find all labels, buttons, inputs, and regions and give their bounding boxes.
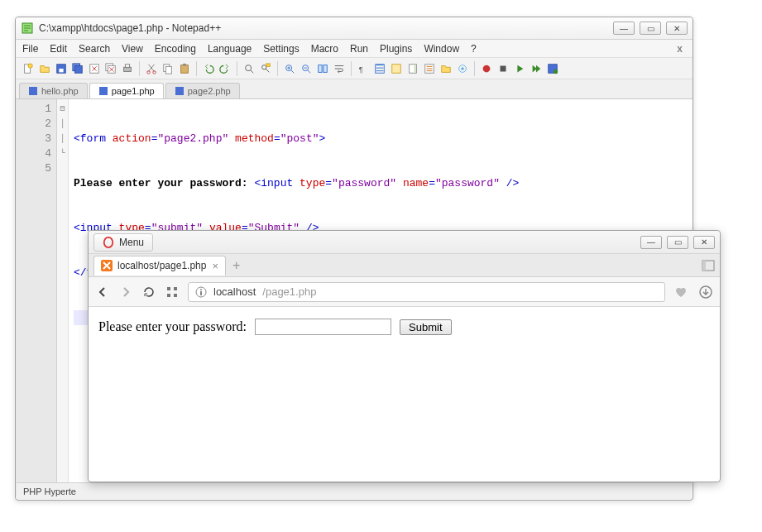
replace-icon[interactable]	[258, 61, 273, 76]
tab-label: page1.php	[112, 86, 155, 96]
zoom-in-icon[interactable]	[282, 61, 297, 76]
svg-rect-43	[702, 261, 706, 271]
tab-page2-php[interactable]: page2.php	[165, 83, 240, 98]
menu-window[interactable]: Window	[424, 43, 459, 55]
tab-hello-php[interactable]: hello.php	[19, 83, 88, 98]
address-bar[interactable]: localhost/page1.php	[188, 282, 665, 302]
menu-run[interactable]: Run	[350, 43, 368, 55]
monitor-icon[interactable]	[455, 61, 470, 76]
cut-icon[interactable]	[144, 61, 159, 76]
svg-point-32	[461, 67, 464, 70]
wordwrap-icon[interactable]	[332, 61, 347, 76]
paste-icon[interactable]	[177, 61, 192, 76]
reload-button[interactable]	[141, 285, 156, 300]
file-saved-icon	[28, 86, 38, 96]
maximize-button[interactable]: ▭	[667, 236, 688, 249]
sidebar-panel-icon[interactable]	[702, 260, 715, 271]
downloads-icon[interactable]	[698, 285, 713, 300]
close-button[interactable]: ✕	[693, 236, 715, 249]
tab-label: page2.php	[188, 86, 231, 96]
save-icon[interactable]	[54, 61, 69, 76]
opera-menu-label: Menu	[119, 237, 144, 248]
undo-icon[interactable]	[201, 61, 216, 76]
maximize-button[interactable]: ▭	[640, 22, 661, 35]
svg-rect-10	[124, 67, 132, 71]
status-language: PHP Hyperte	[23, 486, 76, 496]
new-file-icon[interactable]	[21, 61, 36, 76]
menu-language[interactable]: Language	[208, 43, 252, 55]
svg-rect-11	[125, 64, 129, 67]
svg-rect-16	[181, 65, 189, 73]
print-icon[interactable]	[120, 61, 135, 76]
minimize-button[interactable]: —	[613, 22, 635, 35]
svg-rect-29	[415, 65, 416, 72]
indent-guide-icon[interactable]	[372, 61, 387, 76]
opera-tabbar: localhost/page1.php × +	[89, 254, 720, 277]
menu-plugins[interactable]: Plugins	[380, 43, 412, 55]
zoom-out-icon[interactable]	[299, 61, 314, 76]
browser-viewport: Please enter your password:	[89, 307, 720, 347]
forward-button[interactable]	[118, 285, 133, 300]
minimize-button[interactable]: —	[640, 236, 662, 249]
page-prompt-text: Please enter your password:	[98, 319, 247, 333]
svg-point-2	[28, 63, 32, 67]
menu-edit[interactable]: Edit	[50, 43, 67, 55]
npp-tabbar: hello.php page1.php page2.php	[16, 79, 693, 99]
udl-icon[interactable]	[389, 61, 404, 76]
opera-menu-button[interactable]: Menu	[93, 233, 153, 252]
submit-button[interactable]	[400, 319, 451, 335]
speed-dial-button[interactable]	[165, 285, 180, 300]
find-icon[interactable]	[242, 61, 256, 76]
show-all-chars-icon[interactable]: ¶	[356, 61, 371, 76]
function-list-icon[interactable]	[422, 61, 437, 76]
site-info-icon[interactable]	[195, 286, 207, 298]
tab-label: hello.php	[41, 86, 79, 96]
copy-icon[interactable]	[161, 61, 175, 76]
menu-encoding[interactable]: Encoding	[155, 43, 196, 55]
save-all-icon[interactable]	[70, 61, 85, 76]
play-multi-icon[interactable]	[529, 61, 544, 76]
menu-file[interactable]: File	[22, 43, 38, 55]
svg-point-33	[483, 65, 491, 72]
tab-page1-php[interactable]: page1.php	[89, 83, 164, 98]
fold-column[interactable]: ⊟ ││└	[57, 99, 69, 496]
npp-statusbar: PHP Hyperte	[17, 482, 692, 499]
close-document-button[interactable]: x	[673, 43, 686, 55]
menu-settings[interactable]: Settings	[263, 43, 299, 55]
browser-tab[interactable]: localhost/page1.php ×	[93, 256, 226, 276]
svg-rect-26	[376, 64, 385, 73]
svg-rect-49	[200, 291, 202, 295]
sync-scroll-icon[interactable]	[315, 61, 330, 76]
close-file-icon[interactable]	[87, 61, 102, 76]
folder-icon[interactable]	[439, 61, 453, 76]
doc-map-icon[interactable]	[405, 61, 420, 76]
window-title: C:\xampp\htdocs\page1.php - Notepad++	[39, 22, 613, 34]
play-macro-icon[interactable]	[512, 61, 527, 76]
fold-toggle-icon[interactable]: ⊟	[57, 102, 68, 117]
file-saved-icon	[175, 86, 185, 96]
back-button[interactable]	[95, 285, 110, 300]
close-button[interactable]: ✕	[666, 22, 688, 35]
svg-rect-24	[323, 65, 327, 72]
svg-point-18	[246, 65, 252, 70]
password-input[interactable]	[255, 319, 391, 335]
close-all-icon[interactable]	[103, 61, 118, 76]
new-tab-button[interactable]: +	[232, 258, 240, 273]
npp-titlebar[interactable]: C:\xampp\htdocs\page1.php - Notepad++ — …	[16, 17, 693, 40]
open-file-icon[interactable]	[37, 61, 52, 76]
menu-view[interactable]: View	[122, 43, 143, 55]
opera-titlebar[interactable]: Menu — ▭ ✕	[89, 231, 720, 254]
redo-icon[interactable]	[218, 61, 232, 76]
svg-rect-45	[174, 287, 177, 290]
record-macro-icon[interactable]	[479, 61, 494, 76]
svg-rect-46	[167, 294, 170, 297]
tab-close-icon[interactable]: ×	[212, 260, 218, 272]
bookmark-heart-icon[interactable]	[673, 285, 688, 300]
svg-rect-44	[167, 287, 170, 290]
menu-macro[interactable]: Macro	[311, 43, 338, 55]
stop-macro-icon[interactable]	[496, 61, 510, 76]
save-macro-icon[interactable]	[545, 61, 560, 76]
menu-help[interactable]: ?	[471, 43, 477, 55]
menu-search[interactable]: Search	[79, 43, 110, 55]
url-host: localhost	[213, 285, 256, 298]
